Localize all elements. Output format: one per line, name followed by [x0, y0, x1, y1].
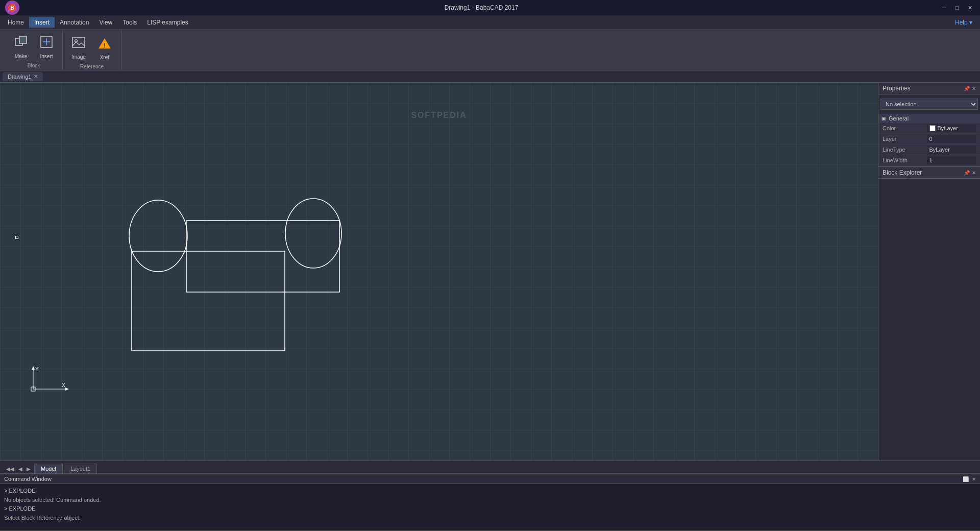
- command-info-1: No objects selected! Command ended.: [4, 496, 976, 505]
- block-explorer-header: Block Explorer 📌 ✕: [878, 167, 980, 179]
- linewidth-text: 1: [929, 157, 933, 163]
- command-close-button[interactable]: ✕: [972, 476, 976, 482]
- canvas-area[interactable]: SOFTPEDIA Y X: [0, 83, 878, 461]
- command-info-2: Select Block Reference object:: [4, 514, 976, 521]
- properties-pin-button[interactable]: 📌: [964, 86, 970, 91]
- properties-title: Properties: [883, 85, 911, 92]
- xref-label: Xref: [100, 55, 109, 60]
- collapse-icon: ▣: [881, 116, 886, 121]
- linetype-text: ByLayer: [929, 147, 950, 153]
- image-icon: [71, 35, 86, 53]
- menu-tools[interactable]: Tools: [117, 17, 142, 28]
- drawing-tab[interactable]: Drawing1 ✕: [3, 72, 43, 81]
- svg-text:!: !: [104, 42, 106, 49]
- command-line-2: > EXPLODE: [4, 504, 976, 514]
- svg-text:Y: Y: [35, 367, 39, 372]
- command-output: > EXPLODE No objects selected! Command e…: [0, 484, 980, 521]
- ribbon-xref-button[interactable]: ! Xref: [93, 32, 116, 62]
- main-area: SOFTPEDIA Y X: [0, 83, 980, 461]
- layout-nav: ◀◀ ◀ ▶: [3, 465, 34, 473]
- ribbon-insert-button[interactable]: Insert: [36, 32, 57, 61]
- reference-group-label: Reference: [80, 62, 104, 69]
- insert-icon: [39, 34, 54, 53]
- selection-dropdown[interactable]: No selection: [880, 99, 978, 110]
- tab-close-button[interactable]: ✕: [34, 74, 38, 79]
- menubar: Home Insert Annotation View Tools LISP e…: [0, 15, 980, 30]
- general-section-header[interactable]: ▣ General: [878, 114, 980, 123]
- menu-lisp[interactable]: LISP examples: [142, 17, 193, 28]
- canvas-drawing: Y X: [0, 83, 878, 461]
- svg-rect-4: [19, 36, 27, 43]
- ribbon-group-reference: Image ! Xref Reference: [63, 30, 121, 70]
- help-button[interactable]: Help ▾: [950, 17, 977, 28]
- layout1-tab[interactable]: Layout1: [64, 464, 97, 473]
- svg-point-14: [129, 200, 187, 272]
- minimize-button[interactable]: ─: [939, 3, 949, 13]
- layer-label: Layer: [883, 136, 927, 142]
- color-property-row: Color ByLayer: [878, 123, 980, 134]
- properties-panel-header: Properties 📌 ✕: [878, 83, 980, 94]
- color-label: Color: [883, 125, 927, 131]
- titlebar: B Drawing1 - BabaCAD 2017 ─ □ ✕: [0, 0, 980, 15]
- block-explorer-title: Block Explorer: [883, 169, 922, 176]
- right-panel: Properties 📌 ✕ No selection ▣ General Co…: [878, 83, 980, 461]
- svg-rect-13: [186, 221, 339, 292]
- linetype-value[interactable]: ByLayer: [927, 146, 976, 154]
- block-group-label: Block: [28, 61, 40, 68]
- menu-home[interactable]: Home: [3, 17, 29, 28]
- xref-icon: !: [96, 34, 113, 54]
- linetype-property-row: LineType ByLayer: [878, 144, 980, 155]
- drawing-tab-label: Drawing1: [8, 74, 31, 80]
- ribbon-make-button[interactable]: Make: [10, 32, 32, 61]
- nav-prev-button[interactable]: ◀: [17, 466, 24, 472]
- linewidth-property-row: LineWidth 1: [878, 155, 980, 166]
- svg-rect-8: [72, 37, 85, 47]
- model-tab[interactable]: Model: [34, 464, 63, 473]
- layer-text: 0: [929, 136, 933, 142]
- block-explorer-pin-button[interactable]: 📌: [964, 170, 970, 176]
- layer-value[interactable]: 0: [927, 135, 976, 143]
- selection-area: No selection: [878, 94, 980, 114]
- general-label: General: [889, 115, 909, 122]
- color-swatch: [929, 125, 936, 131]
- command-title: Command Window: [4, 476, 52, 482]
- linetype-label: LineType: [883, 147, 927, 153]
- tabbar: Drawing1 ✕: [0, 70, 980, 83]
- linewidth-label: LineWidth: [883, 157, 927, 163]
- layer-property-row: Layer 0: [878, 134, 980, 144]
- nav-next-button[interactable]: ▶: [25, 466, 32, 472]
- color-text: ByLayer: [938, 125, 958, 131]
- svg-point-15: [285, 199, 341, 268]
- menu-annotation[interactable]: Annotation: [55, 17, 94, 28]
- block-explorer: Block Explorer 📌 ✕: [878, 166, 980, 461]
- general-section: ▣ General Color ByLayer Layer 0 LineTy: [878, 114, 980, 166]
- block-explorer-close-button[interactable]: ✕: [972, 170, 976, 176]
- app-logo: B: [5, 1, 19, 15]
- command-resize-button[interactable]: ⬜: [963, 476, 969, 482]
- svg-marker-20: [65, 388, 69, 391]
- image-label: Image: [71, 54, 86, 60]
- properties-close-button[interactable]: ✕: [972, 86, 976, 91]
- svg-text:X: X: [62, 382, 65, 388]
- insert-label: Insert: [40, 54, 53, 59]
- menu-insert[interactable]: Insert: [29, 17, 55, 28]
- color-value[interactable]: ByLayer: [927, 124, 976, 132]
- svg-text:B: B: [10, 5, 14, 11]
- command-area: Command Window ⬜ ✕ > EXPLODE No objects …: [0, 474, 980, 530]
- restore-button[interactable]: □: [952, 3, 962, 13]
- command-line-1: > EXPLODE: [4, 487, 976, 496]
- menu-view[interactable]: View: [94, 17, 117, 28]
- close-button[interactable]: ✕: [965, 3, 975, 13]
- window-controls: ─ □ ✕: [939, 3, 975, 13]
- nav-first-button[interactable]: ◀◀: [5, 466, 16, 472]
- linewidth-value[interactable]: 1: [927, 156, 976, 164]
- svg-marker-17: [32, 366, 35, 370]
- window-title: Drawing1 - BabaCAD 2017: [23, 4, 939, 11]
- ribbon: Make Insert Block: [0, 30, 980, 70]
- svg-rect-12: [132, 251, 285, 351]
- ribbon-group-block: Make Insert Block: [5, 30, 63, 70]
- layout-tabs: ◀◀ ◀ ▶ Model Layout1: [0, 461, 980, 474]
- ribbon-image-button[interactable]: Image: [68, 33, 89, 62]
- make-label: Make: [15, 54, 27, 59]
- make-icon: [13, 34, 29, 53]
